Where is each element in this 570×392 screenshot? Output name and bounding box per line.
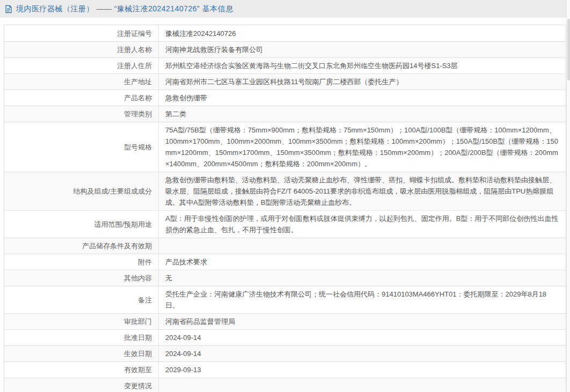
row-label: 适用范围/预期用途 [4,211,159,238]
row-label: 其他内容 [4,270,159,286]
table-row: 备注 受托生产企业：河南健康广济生物技术有限公司；统一社会信用代码：914101… [4,286,566,313]
row-value: 河南省郑州市二七区马寨工业园区科技路11号院南厂房二楼西部（委托生产） [159,74,566,90]
row-label: 变更情况 [4,378,159,392]
table-row: 产品名称 急救创伤绷带 [4,90,566,106]
table-row: 结构及组成/主要组成成分 急救创伤绷带由敷料垫、活动敷料垫、活动壳聚糖止血纱布、… [4,172,566,210]
table-row: 审批部门 河南省药品监督管理局 [4,313,566,329]
table-row: 适用范围/预期用途 A型：用于非慢性创面的护理，或用于对创面敷料或肢体提供束缚力… [4,210,566,238]
row-value: 75A型/75B型（绷带规格：75mm×900mm；敷料垫规格：75mm×150… [159,122,566,172]
row-label: 备注 [4,286,159,313]
table-row: 注册人住所 郑州航空港经济综合实验区黄海路与生物二街交叉口东北角郑州临空生物医药… [4,57,566,73]
row-label: 注册人名称 [4,42,159,57]
row-label: 附件 [4,254,159,270]
row-label: 有效期至 [4,362,159,378]
row-label: 型号规格 [4,122,159,172]
page-header: 境内医疗器械（注册） —— “豫械注准20242140726” 基本信息 [0,0,566,18]
row-label: 生效日期 [4,346,159,361]
row-value: 2029-09-13 [159,362,566,378]
table-row: 其他内容 无 [4,270,566,286]
row-value: 河南神龙战救医疗装备有限公司 [159,42,566,57]
row-label: 生产地址 [4,74,159,90]
row-value: 河南省药品监督管理局 [159,314,566,329]
table-row: 生效日期 2024-09-14 [4,345,566,361]
row-label: 结构及组成/主要组成成分 [4,172,159,210]
scrollbar-thumb[interactable] [567,19,570,80]
table-row: 型号规格 75A型/75B型（绷带规格：75mm×900mm；敷料垫规格：75m… [4,122,566,172]
vertical-scrollbar[interactable] [566,0,570,392]
row-label: 产品储存条件及有效期 [4,238,159,254]
page-title: 境内医疗器械（注册） —— “豫械注准20242140726” 基本信息 [16,4,233,14]
content-area: 注册证编号 豫械注准20242140726 注册人名称 河南神龙战救医疗装备有限… [0,18,570,392]
row-value: 2024-09-14 [159,346,566,361]
table-row: 注册人名称 河南神龙战救医疗装备有限公司 [4,41,566,57]
row-value [159,244,566,248]
row-value [159,384,566,388]
row-value: A型：用于非慢性创面的护理，或用于对创面敷料或肢体提供束缚力，以起到包扎、固定作… [159,211,566,238]
document-icon [4,5,13,13]
row-label: 产品名称 [4,90,159,106]
row-value: 无 [159,270,566,286]
row-label: 管理类别 [4,106,159,122]
row-label: 审批部门 [4,314,159,329]
row-value: 急救创伤绷带 [159,90,566,106]
table-row: 附件 产品技术要求 [4,254,566,270]
row-label: 注册人住所 [4,58,159,73]
table-row: 管理类别 第二类 [4,106,566,122]
row-value: 产品技术要求 [159,254,566,270]
row-label: 批准日期 [4,330,159,345]
row-value: 受托生产企业：河南健康广济生物技术有限公司；统一社会信用代码：91410103M… [159,286,566,313]
table-row: 生产地址 河南省郑州市二七区马寨工业园区科技路11号院南厂房二楼西部（委托生产） [4,73,566,90]
table-row: 批准日期 2024-09-14 [4,329,566,345]
row-value: 豫械注准20242140726 [159,26,566,41]
row-value: 第二类 [159,106,566,122]
info-table: 注册证编号 豫械注准20242140726 注册人名称 河南神龙战救医疗装备有限… [4,25,566,392]
table-row: 变更情况 [4,378,566,392]
row-value: 2024-09-14 [159,330,566,345]
table-row: 有效期至 2029-09-13 [4,361,566,378]
row-label: 注册证编号 [4,25,159,41]
row-value: 郑州航空港经济综合实验区黄海路与生物二街交叉口东北角郑州临空生物医药园14号楼S… [159,58,566,73]
row-value: 急救创伤绷带由敷料垫、活动敷料垫、活动壳聚糖止血纱布、弹性绷带、搭扣、蝴蝶卡扣组… [159,172,566,210]
table-row: 产品储存条件及有效期 [4,238,566,254]
table-row: 注册证编号 豫械注准20242140726 [4,25,566,41]
